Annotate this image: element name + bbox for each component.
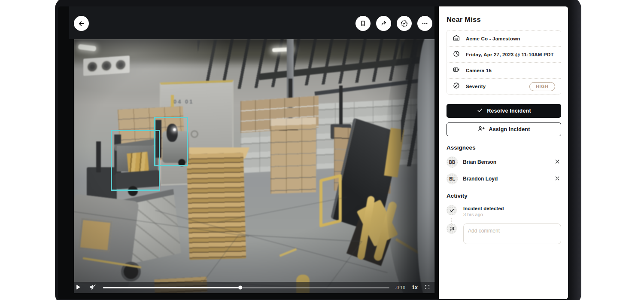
volume-muted-icon (89, 283, 97, 292)
verified-badge-icon (400, 19, 408, 28)
incident-player-page: 04 01 (58, 6, 439, 299)
activity-item: Incident detected 3 hrs ago (447, 205, 561, 217)
person-add-icon (477, 125, 485, 134)
more-options-button[interactable] (417, 16, 432, 31)
assignee-row: BL Brandon Loyd (447, 173, 561, 184)
share-forward-icon (380, 20, 388, 28)
assignees-heading: Assignees (447, 144, 561, 151)
progress-knob[interactable] (238, 286, 242, 290)
video-frame[interactable]: 04 01 (74, 39, 434, 293)
assign-incident-button[interactable]: Assign Incident (447, 122, 561, 136)
assignee-name: Brandon Loyd (463, 176, 498, 182)
progress-track[interactable] (103, 287, 389, 288)
resolve-incident-button[interactable]: Resolve Incident (447, 104, 561, 118)
add-comment-input[interactable] (463, 223, 561, 244)
back-button[interactable] (74, 16, 89, 31)
remove-assignee-button[interactable] (553, 158, 561, 167)
playback-speed-button[interactable]: 1x (412, 285, 418, 291)
detail-row-time: Friday, Apr 27, 2023 @ 11:10AM PDT (447, 46, 561, 62)
activity-heading: Activity (447, 193, 561, 199)
play-icon (76, 285, 81, 291)
time-remaining-label: -0:10 (395, 285, 405, 290)
timeline-connector (451, 218, 452, 231)
arrow-left-icon (78, 20, 85, 28)
activity-time: 3 hrs ago (463, 212, 504, 217)
toolbar-actions (355, 16, 432, 31)
time-label: Friday, Apr 27, 2023 @ 11:10AM PDT (466, 52, 554, 57)
camera-label: Camera 15 (466, 68, 492, 73)
activity-title: Incident detected (463, 205, 504, 211)
video-controls: -0:10 1x (74, 282, 434, 293)
severity-gauge-icon (453, 82, 460, 91)
remove-assignee-button[interactable] (553, 174, 561, 184)
activity-timeline: Incident detected 3 hrs ago (447, 205, 561, 244)
camera-icon (453, 66, 460, 75)
severity-badge: HIGH (529, 82, 555, 91)
fullscreen-button[interactable] (424, 284, 430, 291)
assign-incident-label: Assign Incident (489, 126, 530, 132)
mute-button[interactable] (89, 283, 97, 292)
site-label: Acme Co - Jamestown (466, 36, 520, 41)
detection-box-forklift-2 (154, 117, 188, 166)
ellipsis-icon (421, 20, 428, 27)
warehouse-icon (453, 34, 460, 43)
avatar: BB (447, 156, 458, 168)
bookmark-button[interactable] (355, 16, 371, 31)
incident-details-card: Acme Co - Jamestown Friday, Apr 27, 2023… (447, 30, 561, 95)
resolve-incident-label: Resolve Incident (487, 108, 531, 114)
play-button[interactable] (76, 285, 81, 291)
avatar: BL (447, 173, 458, 184)
incident-title: Near Miss (447, 15, 561, 24)
verify-button[interactable] (397, 16, 412, 31)
app-screen: 04 01 (58, 6, 568, 299)
close-icon (554, 159, 560, 166)
clock-icon (453, 50, 460, 59)
detail-row-site: Acme Co - Jamestown (447, 31, 561, 46)
bookmark-icon (359, 20, 367, 27)
share-button[interactable] (376, 16, 391, 31)
severity-label: Severity (466, 84, 486, 89)
detection-box-forklift-1 (111, 130, 160, 191)
check-icon (477, 107, 483, 115)
device-frame: 04 01 (55, 0, 581, 300)
detail-row-camera: Camera 15 (447, 62, 561, 78)
assignee-name: Brian Benson (463, 159, 496, 165)
close-icon (554, 175, 560, 183)
check-circle-icon (447, 205, 457, 215)
progress-played (103, 287, 240, 288)
detail-row-severity: Severity HIGH (447, 78, 561, 94)
incident-sidebar: Near Miss Acme Co - Jamestown Friday, Ap… (439, 6, 568, 299)
comment-entry (447, 223, 561, 244)
assignee-row: BB Brian Benson (447, 156, 561, 168)
fullscreen-icon (424, 284, 430, 291)
